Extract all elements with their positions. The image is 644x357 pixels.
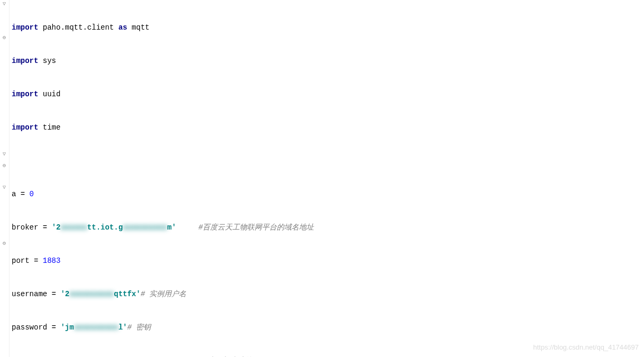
- code-line[interactable]: username = '2xxxxxxxxxxqttfx'# 实例用户名: [12, 289, 644, 300]
- code-line[interactable]: import uuid: [12, 89, 644, 100]
- fold-icon[interactable]: ⊖: [1, 34, 7, 41]
- code-editor[interactable]: ▽ ⊖ ▽ ⊖ ▽ ⊖ import paho.mqtt.client as m…: [0, 0, 644, 357]
- code-line[interactable]: import paho.mqtt.client as mqtt: [12, 22, 644, 33]
- fold-icon[interactable]: ▽: [1, 184, 7, 190]
- code-line[interactable]: import time: [12, 122, 644, 133]
- code-line[interactable]: import sys: [12, 56, 644, 67]
- gutter: ▽ ⊖ ▽ ⊖ ▽ ⊖: [0, 0, 10, 357]
- redacted-text: xxxxxxxxxx: [69, 289, 114, 300]
- code-area[interactable]: import paho.mqtt.client as mqtt import s…: [10, 0, 644, 357]
- fold-icon[interactable]: ⊖: [1, 240, 7, 246]
- redacted-text: xxxxxx: [60, 222, 87, 233]
- code-line[interactable]: password = 'jmxxxxxxxxxxl'# 密钥: [12, 322, 644, 333]
- code-line[interactable]: [12, 155, 644, 167]
- fold-icon[interactable]: ▽: [1, 151, 7, 157]
- code-line[interactable]: broker = '2xxxxxxtt.iot.gxxxxxxxxxxm' #百…: [12, 222, 644, 233]
- fold-icon[interactable]: ▽: [1, 1, 7, 7]
- redacted-text: xxxxxxxxxx: [123, 222, 167, 233]
- code-line[interactable]: port = 1883: [12, 255, 644, 267]
- code-line[interactable]: a = 0: [12, 189, 644, 200]
- fold-icon[interactable]: ⊖: [1, 162, 7, 169]
- redacted-text: xxxxxxxxxx: [74, 322, 119, 333]
